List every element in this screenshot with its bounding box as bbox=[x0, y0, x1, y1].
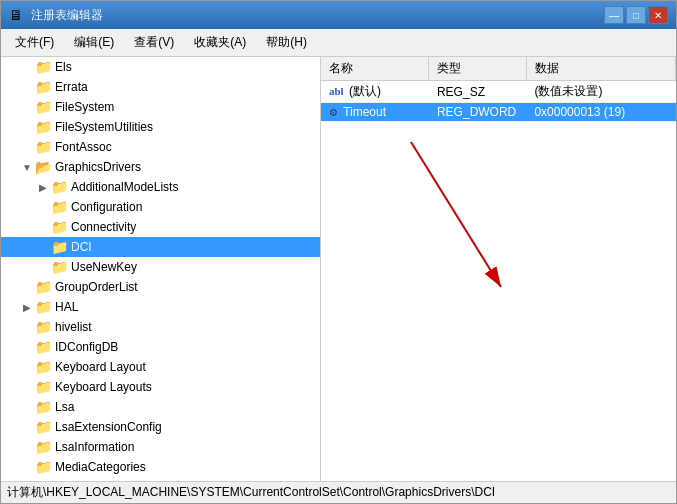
expand-arrow bbox=[21, 122, 33, 133]
col-header-type[interactable]: 类型 bbox=[429, 57, 526, 81]
tree-item-keyboardlayouts[interactable]: 📁 Keyboard Layouts bbox=[1, 377, 320, 397]
cell-data: (数值未设置) bbox=[526, 81, 675, 103]
tree-label: GraphicsDrivers bbox=[53, 160, 141, 174]
data-table: 名称 类型 数据 abl (默认) REG_SZ (数值未设置) bbox=[321, 57, 676, 122]
tree-item-keyboardlayout[interactable]: 📁 Keyboard Layout bbox=[1, 357, 320, 377]
expand-arrow bbox=[21, 282, 33, 293]
folder-icon: 📁 bbox=[51, 259, 67, 275]
table-row[interactable]: abl (默认) REG_SZ (数值未设置) bbox=[321, 81, 676, 103]
tree-item-additionalmodelists[interactable]: ▶ 📁 AdditionalModeLists bbox=[1, 177, 320, 197]
tree-label: GroupOrderList bbox=[53, 280, 138, 294]
menu-edit[interactable]: 编辑(E) bbox=[64, 31, 124, 54]
cell-data: 0x00000013 (19) bbox=[526, 103, 675, 122]
expand-arrow bbox=[37, 242, 49, 253]
maximize-button[interactable]: □ bbox=[626, 6, 646, 24]
tree-label: HAL bbox=[53, 300, 78, 314]
tree-item-connectivity[interactable]: 📁 Connectivity bbox=[1, 217, 320, 237]
expand-arrow bbox=[21, 322, 33, 333]
folder-icon: 📁 bbox=[35, 439, 51, 455]
tree-item-dci[interactable]: 📁 DCI bbox=[1, 237, 320, 257]
tree-item-fontassoc[interactable]: 📁 FontAssoc bbox=[1, 137, 320, 157]
tree-label: UseNewKey bbox=[69, 260, 137, 274]
expand-arrow bbox=[21, 82, 33, 93]
tree-item-els[interactable]: 📁 Els bbox=[1, 57, 320, 77]
tree-item-filesystemutilities[interactable]: 📁 FileSystemUtilities bbox=[1, 117, 320, 137]
tree-label: Configuration bbox=[69, 200, 142, 214]
expand-arrow bbox=[37, 222, 49, 233]
col-header-data[interactable]: 数据 bbox=[526, 57, 675, 81]
cell-type: REG_SZ bbox=[429, 81, 526, 103]
folder-icon: 📁 bbox=[35, 279, 51, 295]
tree-item-filesystem[interactable]: 📁 FileSystem bbox=[1, 97, 320, 117]
folder-icon: 📁 bbox=[51, 239, 67, 255]
expand-arrow bbox=[21, 102, 33, 113]
menu-favorites[interactable]: 收藏夹(A) bbox=[184, 31, 256, 54]
tree-item-idconfigdb[interactable]: 📁 IDConfigDB bbox=[1, 337, 320, 357]
folder-icon: 📁 bbox=[35, 359, 51, 375]
tree-label: IDConfigDB bbox=[53, 340, 118, 354]
reg-icon: ⚙ bbox=[329, 107, 338, 118]
cell-type: REG_DWORD bbox=[429, 103, 526, 122]
tree-item-configuration[interactable]: 📁 Configuration bbox=[1, 197, 320, 217]
tree-item-lsaextensionconfig[interactable]: 📁 LsaExtensionConfig bbox=[1, 417, 320, 437]
tree-label: DCI bbox=[69, 240, 92, 254]
expand-arrow bbox=[21, 442, 33, 453]
expand-arrow bbox=[21, 402, 33, 413]
tree-label: Keyboard Layouts bbox=[53, 380, 152, 394]
table-header-row: 名称 类型 数据 bbox=[321, 57, 676, 81]
ab-icon: abl bbox=[329, 85, 344, 97]
tree-item-graphicsdrivers[interactable]: ▼ 📂 GraphicsDrivers bbox=[1, 157, 320, 177]
registry-table: 名称 类型 数据 abl (默认) REG_SZ (数值未设置) bbox=[321, 57, 676, 481]
folder-icon: 📁 bbox=[35, 339, 51, 355]
expand-arrow bbox=[21, 382, 33, 393]
tree-panel: 📁 Els 📁 Errata 📁 FileSystem 📁 FileSystem… bbox=[1, 57, 321, 481]
tree-item-hivelist[interactable]: 📁 hivelist bbox=[1, 317, 320, 337]
window-title: 注册表编辑器 bbox=[31, 7, 598, 24]
tree-label: FileSystem bbox=[53, 100, 114, 114]
tree-label: LsaInformation bbox=[53, 440, 134, 454]
tree-label: Lsa bbox=[53, 400, 74, 414]
tree-label: FileSystemUtilities bbox=[53, 120, 153, 134]
col-header-name[interactable]: 名称 bbox=[321, 57, 429, 81]
tree-item-errata[interactable]: 📁 Errata bbox=[1, 77, 320, 97]
tree-item-usenewkey[interactable]: 📁 UseNewKey bbox=[1, 257, 320, 277]
minimize-button[interactable]: — bbox=[604, 6, 624, 24]
expand-arrow bbox=[21, 422, 33, 433]
tree-label: Connectivity bbox=[69, 220, 136, 234]
folder-icon: 📁 bbox=[51, 199, 67, 215]
status-bar: 计算机\HKEY_LOCAL_MACHINE\SYSTEM\CurrentCon… bbox=[1, 481, 676, 503]
folder-icon: 📁 bbox=[35, 139, 51, 155]
title-bar: 🖥 注册表编辑器 — □ ✕ bbox=[1, 1, 676, 29]
expand-arrow bbox=[21, 362, 33, 373]
close-button[interactable]: ✕ bbox=[648, 6, 668, 24]
tree-label: LsaExtensionConfig bbox=[53, 420, 162, 434]
folder-icon: 📁 bbox=[35, 319, 51, 335]
expand-arrow bbox=[21, 462, 33, 473]
main-area: 📁 Els 📁 Errata 📁 FileSystem 📁 FileSystem… bbox=[1, 57, 676, 481]
tree-label: AdditionalModeLists bbox=[69, 180, 178, 194]
registry-editor-window: 🖥 注册表编辑器 — □ ✕ 文件(F) 编辑(E) 查看(V) 收藏夹(A) … bbox=[0, 0, 677, 504]
menu-file[interactable]: 文件(F) bbox=[5, 31, 64, 54]
expand-arrow bbox=[21, 142, 33, 153]
folder-icon: 📁 bbox=[35, 119, 51, 135]
folder-icon: 📁 bbox=[35, 379, 51, 395]
status-text: 计算机\HKEY_LOCAL_MACHINE\SYSTEM\CurrentCon… bbox=[7, 484, 495, 501]
tree-label: MediaCategories bbox=[53, 460, 146, 474]
tree-label: Errata bbox=[53, 80, 88, 94]
expand-arrow-down: ▼ bbox=[21, 162, 33, 173]
tree-item-grouporderlist[interactable]: 📁 GroupOrderList bbox=[1, 277, 320, 297]
tree-item-hal[interactable]: ▶ 📁 HAL bbox=[1, 297, 320, 317]
expand-arrow bbox=[37, 262, 49, 273]
folder-icon: 📁 bbox=[35, 419, 51, 435]
folder-icon: 📁 bbox=[35, 79, 51, 95]
table-row[interactable]: ⚙ Timeout REG_DWORD 0x00000013 (19) bbox=[321, 103, 676, 122]
tree-item-mediacategories[interactable]: 📁 MediaCategories bbox=[1, 457, 320, 477]
window-icon: 🖥 bbox=[9, 7, 25, 23]
tree-item-lsa[interactable]: 📁 Lsa bbox=[1, 397, 320, 417]
menu-view[interactable]: 查看(V) bbox=[124, 31, 184, 54]
tree-item-lsainformation[interactable]: 📁 LsaInformation bbox=[1, 437, 320, 457]
menu-help[interactable]: 帮助(H) bbox=[256, 31, 317, 54]
expand-arrow-right: ▶ bbox=[21, 302, 33, 313]
title-bar-controls: — □ ✕ bbox=[604, 6, 668, 24]
folder-icon: 📁 bbox=[35, 399, 51, 415]
